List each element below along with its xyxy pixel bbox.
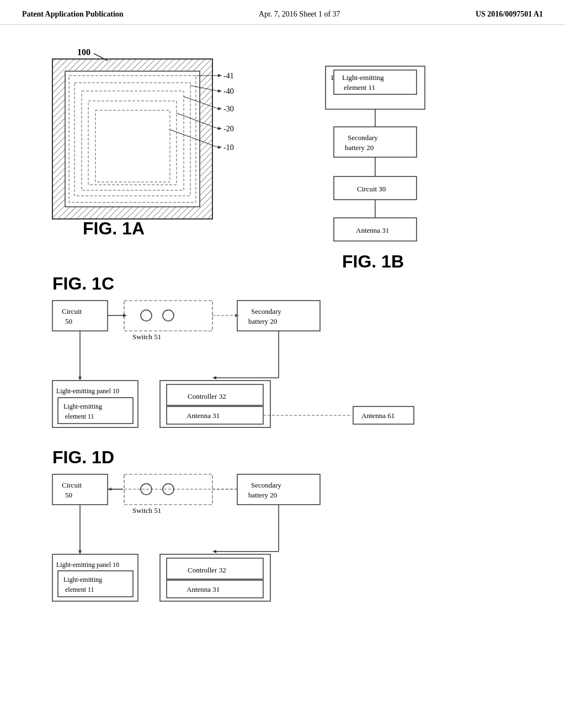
fig1b-antenna31-text: Antenna 31 xyxy=(356,226,389,234)
arrowhead-30 xyxy=(218,107,222,110)
page-header: Patent Application Publication Apr. 7, 2… xyxy=(0,0,565,25)
header-right: US 2016/0097501 A1 xyxy=(476,10,543,19)
header-center: Apr. 7, 2016 Sheet 1 of 37 xyxy=(259,10,340,19)
label-30: -30 xyxy=(223,105,234,113)
fig1d-circuit50-text2: 50 xyxy=(65,491,72,499)
fig1b-circuit30-text: Circuit 30 xyxy=(357,185,386,193)
fig1c-antenna31-text: Antenna 31 xyxy=(186,411,220,420)
fig1d-element-text1: Light-emitting xyxy=(63,576,102,584)
fig1c-antenna61-text: Antenna 61 xyxy=(361,411,395,420)
fig1c-circuit50-box xyxy=(52,301,108,331)
arrowhead-10 xyxy=(218,146,222,149)
label-41: -41 xyxy=(223,72,234,80)
label-20: -20 xyxy=(223,125,234,133)
label-40: -40 xyxy=(223,87,234,95)
fig1c-switch-circle1 xyxy=(141,310,152,321)
arrowhead-c50-down xyxy=(78,377,82,381)
fig1b-battery-text2: battery 20 xyxy=(345,143,374,152)
fig1c-battery-text2: battery 20 xyxy=(248,317,277,325)
full-diagram-svg: 100 -41 -40 -3 xyxy=(22,36,543,714)
fig1d-battery-text2: battery 20 xyxy=(248,491,277,499)
label-100: 100 xyxy=(77,47,90,57)
header-left: Patent Application Publication xyxy=(22,10,124,19)
arrowhead-41 xyxy=(218,74,222,77)
arrowhead-40 xyxy=(218,89,222,93)
fig1c-circuit50-text2: 50 xyxy=(65,317,72,325)
fig1c-circuit50-text1: Circuit xyxy=(62,307,82,315)
label-10: -10 xyxy=(223,143,234,152)
fig1d-circuit50-text1: Circuit xyxy=(62,481,82,489)
fig1c-label: FIG. 1C xyxy=(52,274,114,293)
fig1b-battery-box xyxy=(334,127,417,157)
fig1c-switch51-text: Switch 51 xyxy=(132,333,161,341)
fig1c-element-text1: Light-emitting xyxy=(63,403,102,410)
fig1c-element-text2: element 11 xyxy=(65,413,94,420)
main-content: 100 -41 -40 -3 xyxy=(0,25,565,727)
fig1b-battery-text1: Secondary xyxy=(348,133,378,142)
fig1a-label: FIG. 1A xyxy=(83,218,145,238)
hatch-inner-rect xyxy=(65,71,200,207)
arrowhead-20 xyxy=(218,127,222,130)
fig1d-circuit50-box xyxy=(52,474,108,505)
fig1c-controller32-text: Controller 32 xyxy=(188,392,226,400)
arrowhead-fig1d-down xyxy=(78,550,82,554)
fig1c-battery-text1: Secondary xyxy=(251,307,281,315)
fig1d-switch51-text: Switch 51 xyxy=(132,506,161,515)
fig1d-controller32-text: Controller 32 xyxy=(188,566,226,574)
fig1d-label: FIG. 1D xyxy=(52,447,114,467)
fig1d-element-text2: element 11 xyxy=(65,586,94,593)
fig1c-battery-box xyxy=(237,301,320,331)
fig1b-label: FIG. 1B xyxy=(342,251,404,271)
fig1c-switch-circle2 xyxy=(163,310,174,321)
fig1d-battery-box xyxy=(237,474,320,505)
fig1d-antenna31-text: Antenna 31 xyxy=(186,585,220,593)
fig1b-element-text1: Light-emitting xyxy=(342,73,384,82)
arrowhead-fig1d-c30 xyxy=(212,550,216,553)
fig1b-element-text2: element 11 xyxy=(344,83,375,92)
fig1c-panel-text1: Light-emitting panel 10 xyxy=(56,387,119,395)
fig1d-battery-text1: Secondary xyxy=(251,481,281,489)
arrowhead-bat-c30 xyxy=(212,376,216,379)
fig1d-panel-text1: Light-emitting panel 10 xyxy=(56,561,119,569)
